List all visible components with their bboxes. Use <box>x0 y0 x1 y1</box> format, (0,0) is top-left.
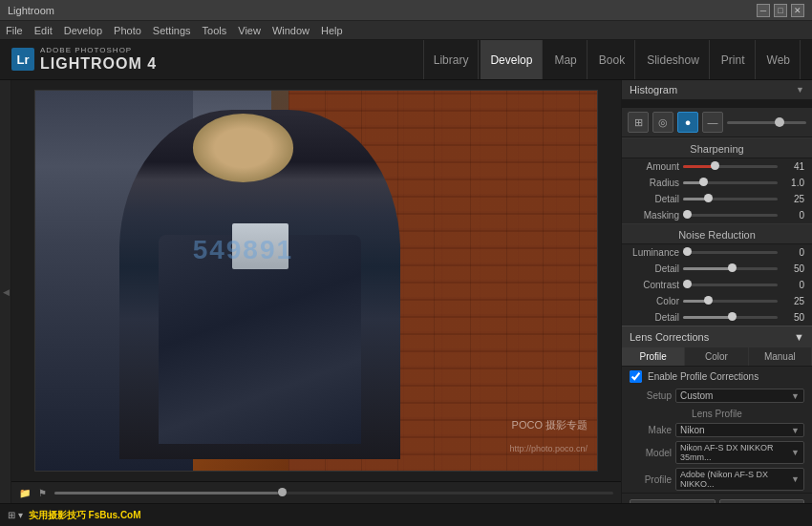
minimize-button[interactable]: ─ <box>757 4 770 17</box>
slider-label-color-detail: Detail <box>630 312 679 323</box>
histogram-area: ISO 640 35mm f/2.5 1/50 sec <box>622 100 812 108</box>
slider-label-luminance: Luminance <box>630 247 679 258</box>
sub-tab-manual[interactable]: Manual <box>749 347 812 366</box>
histogram-header[interactable]: Histogram ▼ <box>622 80 812 100</box>
slider-track-amount[interactable] <box>683 165 778 168</box>
slider-thumb-color[interactable] <box>704 296 713 305</box>
slider-track-detail[interactable] <box>683 198 778 200</box>
menu-photo[interactable]: Photo <box>114 25 141 36</box>
model-value[interactable]: Nikon AF-S DX NIKKOR 35mm... ▼ <box>675 441 804 464</box>
tool-slider[interactable] <box>727 121 806 124</box>
make-value[interactable]: Nikon ▼ <box>675 423 804 437</box>
header: Lr ADOBE PHOTOSHOP LIGHTROOM 4 Library D… <box>0 40 812 80</box>
tab-book[interactable]: Book <box>589 40 635 79</box>
menu-tools[interactable]: Tools <box>203 25 227 36</box>
histogram-arrow: ▼ <box>796 85 804 95</box>
tool-dot[interactable]: ● <box>677 112 698 133</box>
slider-track-color-detail[interactable] <box>683 316 778 319</box>
menu-bar: File Edit Develop Photo Settings Tools V… <box>0 21 812 40</box>
menu-edit[interactable]: Edit <box>34 25 53 36</box>
slider-value-amount: 41 <box>781 161 804 172</box>
slider-thumb-masking[interactable] <box>683 210 692 219</box>
slider-thumb-radius[interactable] <box>699 178 708 186</box>
slider-label-masking: Masking <box>630 210 679 221</box>
slider-thumb-color-detail[interactable] <box>728 312 737 321</box>
slider-label-amount: Amount <box>630 161 679 172</box>
slider-track-nr-detail[interactable] <box>683 267 778 270</box>
photo-frame: 549891 POCO 摄影专题 http://photo.poco.cn/ <box>34 90 598 472</box>
lens-corrections-header[interactable]: Lens Corrections ▼ <box>622 326 812 347</box>
tool-grid[interactable]: ⊞ <box>628 112 649 133</box>
menu-develop[interactable]: Develop <box>64 25 102 36</box>
close-button[interactable]: ✕ <box>791 4 804 17</box>
profile-value[interactable]: Adobe (Nikon AF-S DX NIKKO... ▼ <box>675 468 804 491</box>
model-label: Model <box>630 448 672 458</box>
slider-label-detail: Detail <box>630 194 679 204</box>
menu-settings[interactable]: Settings <box>153 25 191 36</box>
setup-value[interactable]: Custom ▼ <box>675 389 804 403</box>
slider-thumb-nr-detail[interactable] <box>728 263 737 272</box>
menu-view[interactable]: View <box>238 25 261 36</box>
photo-area: 549891 POCO 摄影专题 http://photo.poco.cn/ 📁… <box>11 80 621 503</box>
photo-strip: 📁 ⚑ <box>11 481 621 503</box>
setup-row: Setup Custom ▼ <box>622 387 812 405</box>
tool-circle[interactable]: ◎ <box>652 112 673 133</box>
slider-thumb-contrast[interactable] <box>683 280 692 288</box>
logo-text: ADOBE PHOTOSHOP LIGHTROOM 4 <box>40 47 157 72</box>
slider-track-radius[interactable] <box>683 181 778 184</box>
title-bar: Lightroom ─ □ ✕ <box>0 0 812 21</box>
strip-icon-folder[interactable]: 📁 <box>19 488 31 498</box>
enable-profile-checkbox[interactable] <box>630 370 642 383</box>
left-panel: ◀ <box>0 80 11 503</box>
lr-badge: Lr <box>11 48 34 71</box>
make-label: Make <box>630 425 672 435</box>
sub-tab-profile[interactable]: Profile <box>622 347 685 366</box>
enable-profile-row: Enable Profile Corrections <box>622 367 812 387</box>
tool-dash[interactable]: — <box>702 112 723 133</box>
make-row: Make Nikon ▼ <box>622 421 812 439</box>
title-bar-text: Lightroom <box>8 5 54 16</box>
slider-row-color: Color 25 <box>622 293 812 309</box>
noise-reduction-title: Noise Reduction <box>622 223 812 244</box>
slider-row-nr-detail: Detail 50 <box>622 261 812 277</box>
slider-fill-color-detail <box>683 316 731 319</box>
tab-slideshow[interactable]: Slideshow <box>637 40 710 79</box>
slider-track-contrast[interactable] <box>683 284 778 286</box>
strip-icon-flag[interactable]: ⚑ <box>38 488 47 498</box>
tab-print[interactable]: Print <box>712 40 756 79</box>
menu-help[interactable]: Help <box>321 25 343 36</box>
slider-value-color: 25 <box>781 296 804 306</box>
logo-area: Lr ADOBE PHOTOSHOP LIGHTROOM 4 <box>11 47 157 72</box>
slider-value-color-detail: 50 <box>781 312 804 323</box>
slider-thumb-detail[interactable] <box>704 194 713 202</box>
slider-thumb-luminance[interactable] <box>683 247 692 256</box>
sub-tab-color[interactable]: Color <box>685 347 748 366</box>
histogram-canvas <box>626 104 808 108</box>
slider-value-masking: 0 <box>781 210 804 221</box>
slider-value-contrast: 0 <box>781 280 804 290</box>
slider-row-luminance: Luminance 0 <box>622 244 812 261</box>
lens-profile-label: Lens Profile <box>622 405 812 421</box>
slider-label-contrast: Contrast <box>630 280 679 290</box>
slider-track-luminance[interactable] <box>683 251 778 254</box>
tab-develop[interactable]: Develop <box>481 40 543 79</box>
menu-window[interactable]: Window <box>272 25 310 36</box>
photo-container: 549891 POCO 摄影专题 http://photo.poco.cn/ <box>11 80 621 481</box>
slider-track-masking[interactable] <box>683 214 778 217</box>
slider-value-detail: 25 <box>781 194 804 204</box>
tab-library[interactable]: Library <box>423 40 480 79</box>
logo-subbrand: ADOBE PHOTOSHOP <box>40 47 157 55</box>
menu-file[interactable]: File <box>6 25 23 36</box>
slider-track-color[interactable] <box>683 300 778 303</box>
footer-icons: ⊞ ▾ <box>8 510 23 520</box>
tab-map[interactable]: Map <box>545 40 587 79</box>
tool-slider-thumb[interactable] <box>775 117 784 127</box>
maximize-button[interactable]: □ <box>774 4 787 17</box>
slider-thumb-amount[interactable] <box>711 161 719 170</box>
slider-fill-nr-detail <box>683 267 731 270</box>
slider-row-contrast: Contrast 0 <box>622 277 812 293</box>
tab-web[interactable]: Web <box>758 40 801 79</box>
tool-slider-area <box>727 121 806 124</box>
slider-value-radius: 1.0 <box>781 178 804 188</box>
profile-row: Profile Adobe (Nikon AF-S DX NIKKO... ▼ <box>622 466 812 493</box>
